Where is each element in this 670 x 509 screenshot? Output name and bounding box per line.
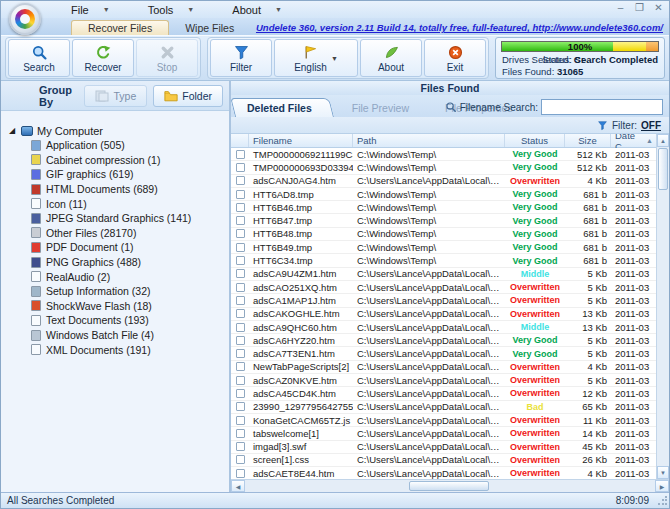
recover-button[interactable]: Recover: [72, 39, 134, 77]
tree-item[interactable]: Cabinet compression (1): [7, 153, 229, 168]
row-checkbox[interactable]: [236, 216, 245, 225]
row-checkbox[interactable]: [236, 416, 245, 425]
table-row[interactable]: HTT6B49.tmp C:\Windows\Temp\ Very Good 6…: [231, 241, 656, 254]
table-row[interactable]: 23990_1297795642755514... C:\Users\Lance…: [231, 401, 656, 414]
tab-deleted-files[interactable]: Deleted Files: [235, 98, 334, 117]
column-status[interactable]: Status: [505, 134, 565, 147]
row-checkbox[interactable]: [236, 176, 245, 185]
scroll-up-icon[interactable]: ▲: [657, 134, 669, 147]
table-row[interactable]: NewTabPageScripts[2] C:\Users\Lance\AppD…: [231, 361, 656, 374]
table-row[interactable]: adsCAET8E44.htm C:\Users\Lance\AppData\L…: [231, 467, 656, 479]
table-row[interactable]: HTT6C34.tmp C:\Windows\Temp\ Very Good 6…: [231, 254, 656, 267]
tree-item[interactable]: RealAudio (2): [7, 269, 229, 284]
tree-item[interactable]: Setup Information (32): [7, 284, 229, 299]
table-row[interactable]: adsCAZ0NKVE.htm C:\Users\Lance\AppData\L…: [231, 374, 656, 387]
horizontal-scroll-thumb[interactable]: [409, 481, 489, 491]
table-row[interactable]: adsCA1MAP1J.htm C:\Users\Lance\AppData\L…: [231, 294, 656, 307]
stop-button[interactable]: Stop: [136, 39, 198, 77]
tree-item[interactable]: Windows Batch File (4): [7, 328, 229, 343]
scroll-right-icon[interactable]: ▶: [655, 480, 669, 492]
row-checkbox[interactable]: [236, 362, 245, 371]
select-all-column[interactable]: [231, 134, 249, 147]
filename-search-input[interactable]: [541, 99, 663, 115]
row-checkbox[interactable]: [236, 269, 245, 278]
row-checkbox[interactable]: [236, 283, 245, 292]
row-checkbox[interactable]: [236, 229, 245, 238]
about-button[interactable]: About: [360, 39, 422, 77]
tree-item[interactable]: Icon (11): [7, 196, 229, 211]
table-row[interactable]: HTT6B46.tmp C:\Windows\Temp\ Very Good 6…: [231, 201, 656, 214]
table-row[interactable]: adsCA9U4ZM1.htm C:\Users\Lance\AppData\L…: [231, 268, 656, 281]
tree-item[interactable]: JPEG Standard Graphics (141): [7, 211, 229, 226]
column-date[interactable]: Date C ▲: [611, 134, 656, 147]
row-checkbox[interactable]: [236, 309, 245, 318]
tree-item[interactable]: HTML Documents (689): [7, 182, 229, 197]
maximize-button[interactable]: ❐: [633, 2, 646, 13]
table-row[interactable]: KonaGetCACM65TZ.js C:\Users\Lance\AppDat…: [231, 414, 656, 427]
menu-tools[interactable]: Tools ▼: [148, 4, 195, 16]
column-path[interactable]: Path: [353, 134, 505, 147]
vertical-scroll-thumb[interactable]: [658, 148, 668, 190]
table-row[interactable]: adsCA6HYZ20.htm C:\Users\Lance\AppData\L…: [231, 334, 656, 347]
scroll-down-icon[interactable]: ▼: [657, 466, 669, 479]
chevron-down-icon[interactable]: ▼: [331, 55, 338, 62]
tab-file-preview[interactable]: File Preview: [334, 98, 427, 117]
tree-item[interactable]: PDF Document (1): [7, 240, 229, 255]
scroll-left-icon[interactable]: ◀: [231, 480, 245, 492]
row-checkbox[interactable]: [236, 243, 245, 252]
app-logo-orb[interactable]: [9, 3, 41, 35]
table-row[interactable]: HTT6AD8.tmp C:\Windows\Temp\ Very Good 6…: [231, 188, 656, 201]
table-row[interactable]: tabswelcome[1] C:\Users\Lance\AppData\Lo…: [231, 427, 656, 440]
table-row[interactable]: adsCAKOGHLE.htm C:\Users\Lance\AppData\L…: [231, 308, 656, 321]
horizontal-scrollbar[interactable]: ◀ ▶: [231, 479, 669, 492]
table-row[interactable]: adsCA9QHC60.htm C:\Users\Lance\AppData\L…: [231, 321, 656, 334]
table-row[interactable]: adsCA7T3EN1.htm C:\Users\Lance\AppData\L…: [231, 347, 656, 360]
tab-wipe-files[interactable]: Wipe Files: [169, 21, 250, 35]
table-row[interactable]: adsCA45CD4K.htm C:\Users\Lance\AppData\L…: [231, 387, 656, 400]
language-button[interactable]: English ▼: [274, 39, 358, 77]
tree-expand-icon[interactable]: ◢: [7, 126, 17, 135]
table-row[interactable]: HTT6B47.tmp C:\Windows\Temp\ Very Good 6…: [231, 214, 656, 227]
tree-item[interactable]: PNG Graphics (488): [7, 255, 229, 270]
tree-item[interactable]: Other Files (28170): [7, 226, 229, 241]
row-checkbox[interactable]: [236, 190, 245, 199]
menu-file[interactable]: File ▼: [71, 4, 110, 16]
tab-recover-files[interactable]: Recover Files: [71, 20, 169, 35]
row-checkbox[interactable]: [236, 256, 245, 265]
row-checkbox[interactable]: [236, 376, 245, 385]
row-checkbox[interactable]: [236, 455, 245, 464]
row-checkbox[interactable]: [236, 349, 245, 358]
row-checkbox[interactable]: [236, 429, 245, 438]
product-website-link[interactable]: Undelete 360, version 2.11 Build 14, tot…: [256, 22, 663, 33]
tree-root-my-computer[interactable]: ◢ My Computer: [7, 123, 229, 138]
table-row[interactable]: screen[1].css C:\Users\Lance\AppData\Loc…: [231, 454, 656, 467]
filter-button[interactable]: Filter: [210, 39, 272, 77]
row-checkbox[interactable]: [236, 442, 245, 451]
tree-item[interactable]: Text Documents (193): [7, 313, 229, 328]
row-checkbox[interactable]: [236, 163, 245, 172]
menu-about[interactable]: About ▼: [232, 4, 282, 16]
minimize-button[interactable]: –: [614, 2, 627, 13]
table-row[interactable]: imgad[3].swf C:\Users\Lance\AppData\Loca…: [231, 441, 656, 454]
filter-state-toggle[interactable]: OFF: [641, 120, 661, 131]
row-checkbox[interactable]: [236, 336, 245, 345]
table-row[interactable]: TMP00000069211199C3AB... C:\Windows\Temp…: [231, 148, 656, 161]
tree-item[interactable]: ShockWave Flash (18): [7, 299, 229, 314]
column-filename[interactable]: Filename: [249, 134, 353, 147]
search-button[interactable]: Search: [8, 39, 70, 77]
group-by-folder-button[interactable]: Folder: [153, 85, 223, 107]
row-checkbox[interactable]: [236, 296, 245, 305]
tree-item[interactable]: GIF graphics (619): [7, 167, 229, 182]
table-row[interactable]: HTT6B48.tmp C:\Windows\Temp\ Very Good 6…: [231, 228, 656, 241]
row-checkbox[interactable]: [236, 150, 245, 159]
tree-item[interactable]: XML Documents (191): [7, 342, 229, 357]
table-row[interactable]: adsCANJ0AG4.htm C:\Users\Lance\AppData\L…: [231, 175, 656, 188]
row-checkbox[interactable]: [236, 323, 245, 332]
row-checkbox[interactable]: [236, 389, 245, 398]
table-row[interactable]: TMP000000693D0339424D... C:\Windows\Temp…: [231, 161, 656, 174]
exit-button[interactable]: Exit: [424, 39, 486, 77]
vertical-scrollbar[interactable]: ▲ ▼: [656, 134, 669, 479]
row-checkbox[interactable]: [236, 469, 245, 478]
table-row[interactable]: adsCAO251XQ.htm C:\Users\Lance\AppData\L…: [231, 281, 656, 294]
row-checkbox[interactable]: [236, 402, 245, 411]
